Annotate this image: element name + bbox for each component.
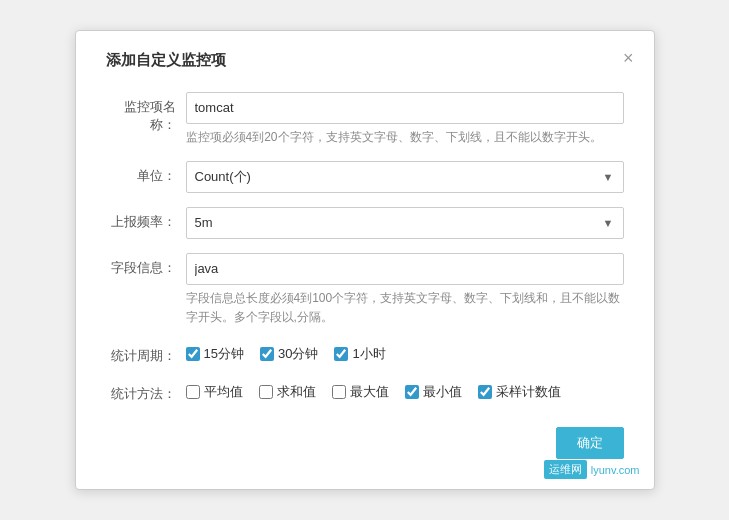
method-min[interactable]: 最小值 [405, 383, 462, 401]
method-checkbox-group: 平均值 求和值 最大值 最小值 采样计数值 [186, 379, 624, 401]
period-label: 统计周期： [106, 341, 186, 365]
close-button[interactable]: × [623, 49, 634, 67]
dialog-title: 添加自定义监控项 [106, 51, 624, 70]
method-avg-label: 平均值 [204, 383, 243, 401]
period-1hour-checkbox[interactable] [334, 347, 348, 361]
confirm-button[interactable]: 确定 [556, 427, 624, 459]
unit-label: 单位： [106, 161, 186, 185]
name-hint: 监控项必须4到20个字符，支持英文字母、数字、下划线，且不能以数字开头。 [186, 128, 624, 147]
method-sum[interactable]: 求和值 [259, 383, 316, 401]
period-checkbox-group: 15分钟 30分钟 1小时 [186, 341, 624, 363]
period-content: 15分钟 30分钟 1小时 [186, 341, 624, 363]
method-label: 统计方法： [106, 379, 186, 403]
period-30min-checkbox[interactable] [260, 347, 274, 361]
method-sum-label: 求和值 [277, 383, 316, 401]
unit-content: Count(个) 次/秒 毫秒 字节 KB MB GB % ▼ [186, 161, 624, 193]
method-max-checkbox[interactable] [332, 385, 346, 399]
period-1hour[interactable]: 1小时 [334, 345, 385, 363]
field-hint: 字段信息总长度必须4到100个字符，支持英文字母、数字、下划线和，且不能以数字开… [186, 289, 624, 327]
frequency-select[interactable]: 1m 5m 10m 15m 30m [186, 207, 624, 239]
name-content: 监控项必须4到20个字符，支持英文字母、数字、下划线，且不能以数字开头。 [186, 92, 624, 147]
dialog-footer: 确定 [106, 427, 624, 459]
frequency-content: 1m 5m 10m 15m 30m ▼ [186, 207, 624, 239]
frequency-label: 上报频率： [106, 207, 186, 231]
method-sample[interactable]: 采样计数值 [478, 383, 561, 401]
period-30min-label: 30分钟 [278, 345, 318, 363]
period-15min-checkbox[interactable] [186, 347, 200, 361]
method-sample-label: 采样计数值 [496, 383, 561, 401]
dialog: 添加自定义监控项 × 监控项名称： 监控项必须4到20个字符，支持英文字母、数字… [75, 30, 655, 491]
frequency-select-wrapper: 1m 5m 10m 15m 30m ▼ [186, 207, 624, 239]
watermark-text: lyunv.com [591, 464, 640, 476]
period-row: 统计周期： 15分钟 30分钟 1小时 [106, 341, 624, 365]
method-max-label: 最大值 [350, 383, 389, 401]
method-sum-checkbox[interactable] [259, 385, 273, 399]
unit-select-wrapper: Count(个) 次/秒 毫秒 字节 KB MB GB % ▼ [186, 161, 624, 193]
method-avg[interactable]: 平均值 [186, 383, 243, 401]
field-input[interactable] [186, 253, 624, 285]
period-30min[interactable]: 30分钟 [260, 345, 318, 363]
name-input[interactable] [186, 92, 624, 124]
period-15min[interactable]: 15分钟 [186, 345, 244, 363]
unit-row: 单位： Count(个) 次/秒 毫秒 字节 KB MB GB % ▼ [106, 161, 624, 193]
method-min-label: 最小值 [423, 383, 462, 401]
method-min-checkbox[interactable] [405, 385, 419, 399]
method-row: 统计方法： 平均值 求和值 最大值 最小值 [106, 379, 624, 403]
period-15min-label: 15分钟 [204, 345, 244, 363]
name-label: 监控项名称： [106, 92, 186, 134]
field-label: 字段信息： [106, 253, 186, 277]
frequency-row: 上报频率： 1m 5m 10m 15m 30m ▼ [106, 207, 624, 239]
period-1hour-label: 1小时 [352, 345, 385, 363]
watermark: 运维网 lyunv.com [544, 460, 640, 479]
name-row: 监控项名称： 监控项必须4到20个字符，支持英文字母、数字、下划线，且不能以数字… [106, 92, 624, 147]
watermark-badge: 运维网 [544, 460, 587, 479]
field-content: 字段信息总长度必须4到100个字符，支持英文字母、数字、下划线和，且不能以数字开… [186, 253, 624, 327]
unit-select[interactable]: Count(个) 次/秒 毫秒 字节 KB MB GB % [186, 161, 624, 193]
method-content: 平均值 求和值 最大值 最小值 采样计数值 [186, 379, 624, 401]
field-row: 字段信息： 字段信息总长度必须4到100个字符，支持英文字母、数字、下划线和，且… [106, 253, 624, 327]
method-avg-checkbox[interactable] [186, 385, 200, 399]
method-sample-checkbox[interactable] [478, 385, 492, 399]
method-max[interactable]: 最大值 [332, 383, 389, 401]
